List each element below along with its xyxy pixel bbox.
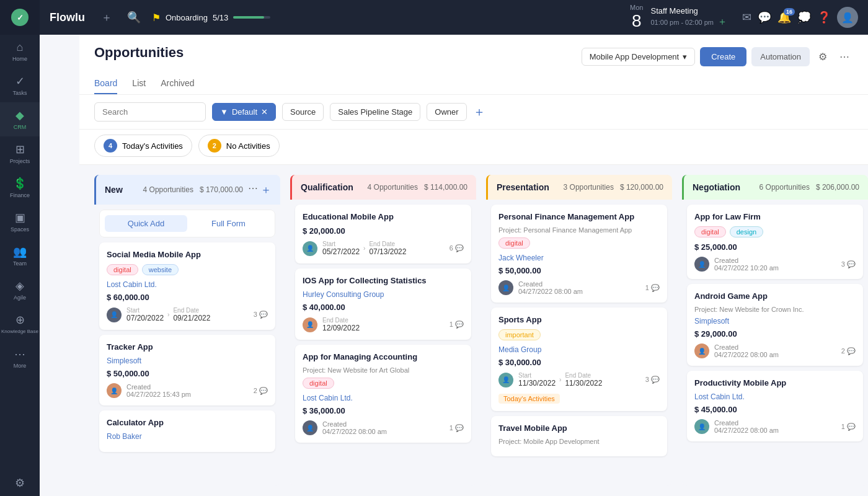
card-amount: $ 36,000.00 bbox=[303, 406, 464, 415]
card-company[interactable]: Simplesoft bbox=[694, 317, 856, 326]
search-input[interactable] bbox=[94, 102, 206, 122]
created-date: 04/27/2022 15:43 pm bbox=[126, 391, 191, 398]
onboarding-widget[interactable]: ⚑ Onboarding 5/13 bbox=[152, 12, 270, 24]
sidebar-logo[interactable]: ✓ bbox=[0, 0, 40, 35]
card-company[interactable]: Lost Cabin Ltd. bbox=[107, 280, 268, 289]
notification-icon[interactable]: 🔔 16 bbox=[777, 11, 791, 24]
tab-archived[interactable]: Archived bbox=[161, 73, 194, 94]
agile-icon: ◈ bbox=[16, 279, 24, 293]
card-tracker[interactable]: Tracker App Simplesoft $ 50,000.00 👤 Cre… bbox=[99, 335, 275, 405]
tab-board[interactable]: Board bbox=[94, 73, 117, 94]
card-title: Android Game App bbox=[694, 291, 856, 301]
card-tags: digital bbox=[303, 378, 464, 389]
card-ios-stats[interactable]: IOS App for Collecting Statistics Hurley… bbox=[295, 268, 471, 340]
projects-icon: ⊞ bbox=[16, 143, 25, 156]
column-body-negotiation: App for Law Firm digital design $ 25,000… bbox=[682, 200, 868, 486]
card-calculator[interactable]: Calculator App Rob Baker bbox=[99, 410, 275, 452]
comment-count: 6 💬 bbox=[450, 244, 464, 252]
card-amount: $ 45,000.00 bbox=[694, 405, 856, 414]
pipeline-selector[interactable]: Mobile App Development ▾ bbox=[582, 48, 696, 66]
sidebar-more-label: More bbox=[14, 363, 27, 369]
sidebar-item-crm[interactable]: ◆ CRM bbox=[0, 102, 40, 136]
sidebar-item-knowledge[interactable]: ⊕ Knowledge Base bbox=[0, 307, 40, 341]
team-icon: 👥 bbox=[13, 245, 27, 259]
search-button[interactable]: 🔍 bbox=[123, 7, 144, 28]
card-productivity[interactable]: Productivity Mobile App Lost Cabin Ltd. … bbox=[687, 371, 863, 441]
meeting-date: 8 bbox=[630, 11, 643, 31]
tab-list[interactable]: List bbox=[132, 73, 146, 94]
sidebar-crm-label: CRM bbox=[14, 124, 27, 130]
comment-count: 3 💬 bbox=[254, 311, 268, 319]
card-dates: Start05/27/2022 › End Date07/13/2022 bbox=[322, 241, 406, 256]
sidebar-item-agile[interactable]: ◈ Agile bbox=[0, 273, 40, 307]
card-company[interactable]: Lost Cabin Ltd. bbox=[694, 392, 856, 401]
card-law-firm[interactable]: App for Law Firm digital design $ 25,000… bbox=[687, 205, 863, 279]
sidebar-item-more[interactable]: ⋯ More bbox=[0, 341, 40, 375]
today-activities-badge[interactable]: 4 Today's Activities bbox=[94, 135, 192, 157]
comment-icon[interactable]: 💬 bbox=[758, 11, 771, 24]
card-educational[interactable]: Educational Mobile App $ 20,000.00 👤 Sta… bbox=[295, 205, 471, 264]
pipeline-label: Mobile App Development bbox=[590, 52, 680, 61]
filter-pipeline-stage[interactable]: Sales Pipeline Stage bbox=[330, 103, 420, 121]
card-company[interactable]: Simplesoft bbox=[107, 356, 268, 365]
activity-badges: 4 Today's Activities 2 No Activities bbox=[79, 130, 868, 165]
column-new: New 4 Opportunities $ 170,000.00 ⋯ ＋ Qui… bbox=[94, 175, 280, 486]
card-company[interactable]: Media Group bbox=[498, 345, 660, 354]
page-header: Opportunities Mobile App Development ▾ C… bbox=[79, 35, 868, 95]
card-personal-finance[interactable]: Personal Finance Management App Project:… bbox=[491, 205, 667, 303]
mail-icon[interactable]: ✉ bbox=[742, 11, 751, 24]
card-travel[interactable]: Travel Mobile App Project: Mobile App De… bbox=[491, 416, 667, 456]
card-android-game[interactable]: Android Game App Project: New Website fo… bbox=[687, 284, 863, 366]
col-add-btn[interactable]: ＋ bbox=[260, 182, 272, 197]
tag-digital: digital bbox=[303, 378, 334, 389]
card-person[interactable]: Jack Wheeler bbox=[498, 254, 660, 262]
more-options-icon[interactable]: ⋯ bbox=[836, 47, 853, 66]
card-tags: digital design bbox=[694, 226, 856, 237]
filter-default[interactable]: ▼ Default ✕ bbox=[212, 103, 276, 121]
card-accounting[interactable]: App for Managing Accounting Project: New… bbox=[295, 345, 471, 443]
card-project: Project: Mobile App Development bbox=[498, 438, 660, 445]
add-meeting-btn[interactable]: ＋ bbox=[717, 16, 727, 29]
comment-count: 2 💬 bbox=[841, 347, 856, 355]
user-avatar[interactable]: 👤 bbox=[837, 7, 858, 28]
sidebar-item-finance[interactable]: 💲 Finance bbox=[0, 170, 40, 205]
no-activities-badge[interactable]: 2 No Activities bbox=[198, 135, 280, 157]
card-amount: $ 40,000.00 bbox=[303, 303, 464, 312]
tag-digital: digital bbox=[498, 237, 530, 249]
quick-add-tab[interactable]: Quick Add bbox=[105, 215, 187, 232]
card-company[interactable]: Lost Cabin Ltd. bbox=[303, 394, 464, 402]
col-more-btn[interactable]: ⋯ bbox=[248, 182, 258, 197]
sidebar-item-settings[interactable]: ⚙ bbox=[0, 470, 40, 496]
filter-close-icon[interactable]: ✕ bbox=[261, 107, 268, 117]
tag-website: website bbox=[142, 264, 179, 275]
sidebar-item-tasks[interactable]: ✓ Tasks bbox=[0, 68, 40, 102]
card-company[interactable]: Rob Baker bbox=[107, 432, 268, 441]
page-title: Opportunities bbox=[94, 45, 184, 61]
card-sports[interactable]: Sports App important Media Group $ 30,00… bbox=[491, 308, 667, 411]
filter-source[interactable]: Source bbox=[282, 103, 324, 121]
card-amount: $ 30,000.00 bbox=[498, 358, 660, 367]
add-filter-button[interactable]: ＋ bbox=[473, 104, 485, 120]
full-form-tab[interactable]: Full Form bbox=[187, 215, 270, 232]
sidebar-item-projects[interactable]: ⊞ Projects bbox=[0, 136, 40, 170]
card-company[interactable]: Hurley Consulting Group bbox=[303, 290, 464, 299]
sidebar-item-home[interactable]: ⌂ Home bbox=[0, 35, 40, 68]
card-title: Personal Finance Management App bbox=[498, 212, 660, 221]
card-social-media[interactable]: Social Media Mobile App digital website … bbox=[99, 242, 275, 330]
chat-icon[interactable]: 💭 bbox=[797, 11, 811, 24]
topbar-actions: ✉ 💬 🔔 16 💭 ❓ 👤 bbox=[742, 7, 858, 28]
sidebar-item-spaces[interactable]: ▣ Spaces bbox=[0, 205, 40, 239]
automation-button[interactable]: Automation bbox=[751, 47, 810, 66]
comment-count: 3 💬 bbox=[841, 260, 856, 268]
help-icon[interactable]: ❓ bbox=[817, 11, 831, 24]
create-button[interactable]: Create bbox=[700, 47, 746, 66]
meeting-time: 01:00 pm - 02:00 pm bbox=[650, 19, 714, 26]
sidebar-knowledge-label: Knowledge Base bbox=[1, 329, 38, 335]
tasks-icon: ✓ bbox=[16, 74, 25, 88]
add-button[interactable]: ＋ bbox=[97, 6, 116, 29]
avatar: 👤 bbox=[107, 383, 122, 398]
sidebar-item-myteam[interactable]: 👥 Team bbox=[0, 239, 40, 273]
no-activities-label: No Activities bbox=[226, 141, 270, 151]
filter-owner[interactable]: Owner bbox=[427, 103, 466, 121]
settings-gear-icon[interactable]: ⚙ bbox=[815, 47, 831, 66]
